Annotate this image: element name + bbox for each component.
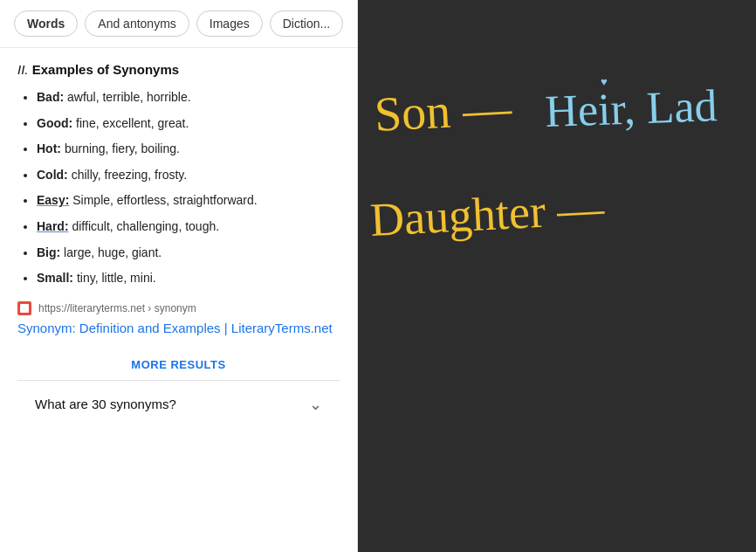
list-item: Big: large, huge, giant.: [37, 245, 340, 262]
faq-question: What are 30 synonyms?: [35, 397, 176, 411]
list-item: Good: fine, excellent, great.: [37, 115, 340, 133]
left-panel: Words And antonyms Images Diction... II.…: [0, 0, 358, 552]
result-link[interactable]: Synonym: Definition and Examples | Liter…: [17, 319, 340, 337]
chevron-down-icon: ⌄: [309, 395, 322, 414]
right-panel: Son — Heir, Lad ♥ Daughter —: [358, 0, 756, 552]
svg-text:Heir, Lad: Heir, Lad: [544, 80, 718, 136]
section-title: II. Examples of Synonyms: [17, 62, 340, 77]
source-url: https://literaryterms.net › synonym: [38, 302, 196, 314]
handwriting-area: Son — Heir, Lad ♥ Daughter —: [358, 0, 756, 552]
tab-dictionary[interactable]: Diction...: [270, 10, 343, 37]
tab-images[interactable]: Images: [196, 10, 263, 37]
source-link-area: https://literaryterms.net › synonym: [17, 301, 340, 315]
list-item: Small: tiny, little, mini.: [37, 270, 340, 287]
favicon-icon: [17, 301, 31, 315]
svg-text:♥: ♥: [601, 75, 608, 88]
svg-text:Daughter —: Daughter —: [368, 182, 606, 246]
handwriting-svg: Son — Heir, Lad ♥ Daughter —: [367, 52, 756, 332]
content-area: II. Examples of Synonyms Bad: awful, ter…: [0, 48, 357, 552]
list-item: Cold: chilly, freezing, frosty.: [37, 167, 340, 184]
more-results-button[interactable]: MORE RESULTS: [17, 349, 340, 380]
tab-antonyms[interactable]: And antonyms: [85, 10, 189, 37]
list-item: Hard: difficult, challenging, tough.: [37, 218, 340, 236]
tab-words[interactable]: Words: [14, 10, 78, 37]
list-item: Easy: Simple, effortless, straightforwar…: [37, 192, 340, 210]
synonym-list: Bad: awful, terrible, horrible. Good: fi…: [17, 89, 340, 287]
svg-text:Son —: Son —: [373, 80, 513, 141]
tabs-row: Words And antonyms Images Diction...: [0, 0, 357, 48]
list-item: Hot: burning, fiery, boiling.: [37, 141, 340, 158]
list-item: Bad: awful, terrible, horrible.: [37, 89, 340, 107]
faq-row[interactable]: What are 30 synonyms? ⌄: [17, 381, 340, 428]
